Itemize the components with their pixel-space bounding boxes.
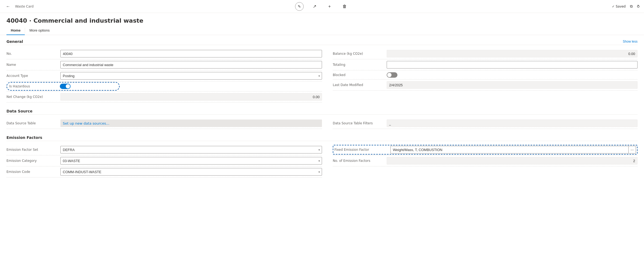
fixed-emission-factor-input[interactable]	[390, 146, 628, 153]
blocked-toggle[interactable]	[387, 72, 397, 78]
net-change-input	[60, 93, 322, 101]
field-row-num-emission-factors: No. of Emission Factors	[333, 155, 638, 166]
field-label-account-type: Account Type	[6, 74, 60, 78]
field-value-emission-code: COMM-INDUST-WASTE ▾	[60, 168, 322, 176]
emission-factors-right-col: Fixed Emission Factor ··· No. of Emissio…	[322, 144, 638, 177]
no-input[interactable]	[60, 50, 322, 57]
share-button[interactable]: ↗	[310, 2, 319, 11]
general-fields-grid: No. Name Account Type	[6, 48, 638, 102]
tabs: Home More options	[0, 26, 644, 35]
data-source-link-text[interactable]: Set up new data sources...	[63, 121, 109, 125]
field-label-fixed-emission-factor: Fixed Emission Factor	[334, 148, 388, 152]
field-label-emission-category: Emission Category	[6, 159, 60, 163]
general-left-col: No. Name Account Type	[6, 48, 322, 102]
restore-button[interactable]: ⧉	[630, 4, 633, 9]
content: General Show less No. Name	[0, 35, 644, 188]
is-hazardous-highlight: Is Hazardous	[6, 82, 120, 91]
data-source-right-col: Data Source Table Filters _	[322, 118, 638, 129]
field-row-fixed-emission-factor: Fixed Emission Factor ···	[333, 144, 638, 155]
last-date-input	[387, 81, 638, 89]
field-label-is-hazardous: Is Hazardous	[9, 84, 58, 88]
saved-status: ✓ Saved	[612, 5, 626, 8]
field-label-net-change: Net Change (kg CO2e)	[6, 95, 60, 99]
emission-factors-left-col: Emission Factor Set DEFRA ▾ Emission Cat…	[6, 144, 322, 177]
tab-home[interactable]: Home	[6, 26, 25, 35]
totaling-input[interactable]	[387, 61, 638, 69]
emission-factors-section-title: Emission Factors	[6, 135, 42, 140]
emission-factors-section-header: Emission Factors	[6, 135, 638, 141]
field-label-data-source-table: Data Source Table	[6, 121, 60, 125]
field-value-num-emission-factors	[387, 157, 638, 165]
field-row-data-source-filters: Data Source Table Filters _	[333, 118, 638, 129]
data-source-section-title: Data Source	[6, 109, 32, 113]
top-bar-right: ✓ Saved ⧉ ⥁	[612, 4, 640, 9]
field-value-net-change	[60, 93, 322, 101]
field-value-blocked	[387, 72, 638, 78]
data-source-section: Data Source Data Source Table Set up new…	[6, 109, 638, 129]
balance-input	[387, 50, 638, 57]
show-less-button[interactable]: Show less	[623, 40, 638, 43]
name-input[interactable]	[60, 61, 322, 69]
field-value-emission-factor-set: DEFRA ▾	[60, 146, 322, 153]
field-value-account-type: Posting Heading Total ▾	[60, 72, 322, 80]
is-hazardous-toggle[interactable]	[60, 84, 71, 89]
ellipsis-icon: ···	[631, 148, 634, 152]
field-label-last-date: Last Date Modified	[333, 83, 387, 87]
emission-factors-section: Emission Factors Emission Factor Set DEF…	[6, 135, 638, 177]
emission-code-select[interactable]: COMM-INDUST-WASTE	[60, 168, 322, 176]
data-source-fields-grid: Data Source Table Set up new data source…	[6, 118, 638, 129]
tab-more-options[interactable]: More options	[25, 26, 54, 35]
top-bar-left: ← Waste Card	[4, 3, 34, 10]
emission-category-select[interactable]: 03-WASTE	[60, 157, 322, 165]
collapse-button[interactable]: ⥁	[637, 4, 640, 9]
data-source-left-col: Data Source Table Set up new data source…	[6, 118, 322, 129]
field-label-emission-factor-set: Emission Factor Set	[6, 148, 60, 152]
field-row-last-date: Last Date Modified	[333, 80, 638, 91]
data-source-section-header: Data Source	[6, 109, 638, 115]
field-label-num-emission-factors: No. of Emission Factors	[333, 159, 387, 163]
field-value-is-hazardous	[60, 84, 117, 89]
field-label-balance: Balance (kg CO2e)	[333, 52, 387, 56]
top-bar: ← Waste Card ✎ ↗ + 🗑 ✓ Saved ⧉ ⥁	[0, 0, 644, 13]
add-button[interactable]: +	[325, 2, 334, 11]
field-value-balance	[387, 50, 638, 57]
field-row-data-source-table: Data Source Table Set up new data source…	[6, 118, 322, 129]
field-label-totaling: Totaling	[333, 63, 387, 67]
emission-factor-set-select[interactable]: DEFRA	[60, 146, 322, 153]
field-row-emission-category: Emission Category 03-WASTE ▾	[6, 155, 322, 166]
data-source-filters-value: _	[389, 121, 391, 125]
general-section: General Show less No. Name	[6, 39, 638, 102]
field-row-blocked: Blocked	[333, 70, 638, 80]
fixed-emission-factor-ellipsis-button[interactable]: ···	[628, 146, 636, 153]
num-emission-factors-input	[387, 157, 638, 165]
back-button[interactable]: ←	[4, 3, 12, 10]
delete-button[interactable]: 🗑	[340, 2, 349, 11]
edit-button[interactable]: ✎	[295, 2, 304, 11]
field-value-totaling	[387, 61, 638, 69]
data-source-link[interactable]: Set up new data sources...	[60, 119, 322, 127]
toggle-knob	[66, 84, 70, 88]
field-row-is-hazardous: Is Hazardous	[6, 81, 322, 91]
page-title: 40040 · Commercial and industrial waste	[6, 17, 638, 24]
field-label-blocked: Blocked	[333, 73, 387, 77]
field-row-balance: Balance (kg CO2e)	[333, 48, 638, 59]
account-type-select[interactable]: Posting Heading Total	[60, 72, 322, 80]
fixed-emission-factor-highlight: Fixed Emission Factor ···	[333, 145, 638, 155]
page-header: 40040 · Commercial and industrial waste	[0, 13, 644, 26]
field-value-data-source-filters: _	[387, 119, 638, 127]
field-value-data-source-table: Set up new data sources...	[60, 119, 322, 127]
field-value-fixed-emission-factor: ···	[390, 146, 636, 153]
field-value-last-date	[387, 81, 638, 89]
field-row-totaling: Totaling	[333, 59, 638, 70]
field-label-no: No.	[6, 52, 60, 56]
emission-factors-fields-grid: Emission Factor Set DEFRA ▾ Emission Cat…	[6, 144, 638, 177]
field-value-emission-category: 03-WASTE ▾	[60, 157, 322, 165]
field-row-account-type: Account Type Posting Heading Total ▾	[6, 70, 322, 81]
field-label-data-source-filters: Data Source Table Filters	[333, 121, 387, 125]
field-value-name	[60, 61, 322, 69]
share-icon: ↗	[313, 4, 316, 9]
breadcrumb: Waste Card	[15, 5, 34, 8]
general-right-col: Balance (kg CO2e) Totaling Blocked	[322, 48, 638, 102]
field-row-no: No.	[6, 48, 322, 59]
data-source-filters-text: _	[387, 119, 638, 127]
